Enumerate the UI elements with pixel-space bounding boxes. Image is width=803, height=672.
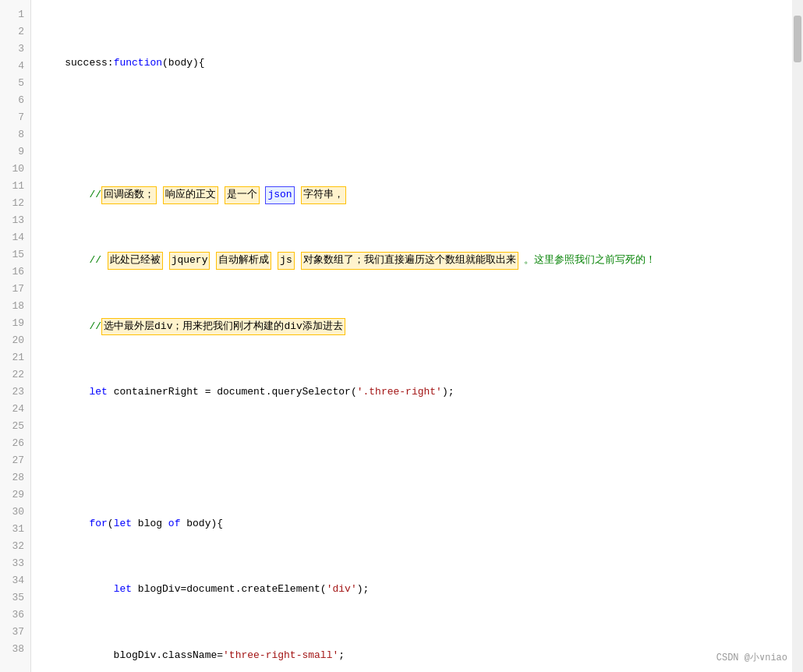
line-numbers: 1 2 3 4 5 6 7 8 9 10 11 12 13 14 15 16 1… bbox=[0, 0, 31, 672]
scrollbar-thumb[interactable] bbox=[794, 16, 801, 62]
code-line-9: let blogDiv=document.createElement('div'… bbox=[41, 582, 783, 599]
code-line-2 bbox=[41, 121, 783, 138]
code-line-8: for(let blog of body){ bbox=[41, 515, 783, 532]
code-editor: 1 2 3 4 5 6 7 8 9 10 11 12 13 14 15 16 1… bbox=[0, 0, 803, 672]
code-line-3: //回调函数； 响应的正文 是一个 json 字符串， bbox=[41, 186, 783, 203]
code-line-6: let containerRight = document.querySelec… bbox=[41, 384, 783, 401]
code-line-1: success:function(body){ bbox=[41, 55, 783, 72]
code-line-5: //选中最外层div；用来把我们刚才构建的div添加进去 bbox=[41, 318, 783, 335]
code-line-4: // 此处已经被 jquery 自动解析成 js 对象数组了；我们直接遍历这个数… bbox=[41, 253, 783, 270]
code-content[interactable]: success:function(body){ //回调函数； 响应的正文 是一… bbox=[31, 0, 792, 672]
watermark: CSDN @小∨niao bbox=[716, 651, 787, 664]
code-line-10: blogDiv.className='three-right-small'; bbox=[41, 647, 783, 664]
code-line-7 bbox=[41, 450, 783, 467]
scrollbar[interactable] bbox=[792, 0, 803, 672]
